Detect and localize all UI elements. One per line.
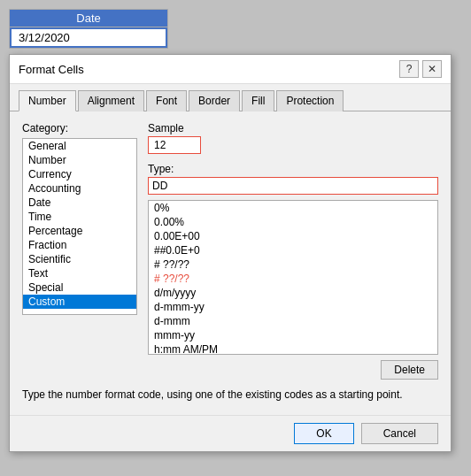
format-item[interactable]: 0.00E+00 (149, 229, 437, 243)
tab-alignment[interactable]: Alignment (78, 90, 144, 111)
sample-label: Sample (148, 122, 438, 134)
dialog-footer: OK Cancel (10, 415, 451, 451)
category-item-custom[interactable]: Custom (23, 295, 136, 309)
tab-fill[interactable]: Fill (242, 90, 274, 111)
format-item[interactable]: d-mmm-yy (149, 300, 437, 314)
tab-protection[interactable]: Protection (276, 90, 344, 111)
help-text: Type the number format code, using one o… (22, 388, 438, 404)
category-item-general[interactable]: General (23, 139, 136, 153)
tab-border[interactable]: Border (189, 90, 240, 111)
type-section: Type: (148, 163, 438, 195)
help-button[interactable]: ? (399, 60, 419, 78)
tab-bar: Number Alignment Font Border Fill Protec… (10, 84, 451, 111)
category-item-time[interactable]: Time (23, 210, 136, 224)
format-item[interactable]: # ??/?? (149, 272, 437, 286)
category-item-accounting[interactable]: Accounting (23, 181, 136, 196)
category-item-percentage[interactable]: Percentage (23, 224, 136, 238)
cancel-button[interactable]: Cancel (361, 423, 438, 444)
column-header: Date (10, 10, 167, 27)
format-item[interactable]: # ??/?? (149, 257, 437, 272)
format-item[interactable]: 0% (149, 201, 437, 215)
format-item[interactable]: ##0.0E+0 (149, 243, 437, 257)
delete-row: Delete (148, 360, 438, 380)
category-item-text[interactable]: Text (23, 266, 136, 280)
spreadsheet-area: Date 3/12/2020 (9, 9, 168, 49)
type-label: Type: (148, 163, 438, 175)
category-label: Category: (22, 122, 137, 134)
tab-number[interactable]: Number (19, 90, 76, 111)
format-item[interactable]: h:mm AM/PM (149, 342, 437, 355)
titlebar-buttons: ? ✕ (399, 60, 442, 78)
category-item-special[interactable]: Special (23, 280, 136, 295)
cell-value: 3/12/2020 (10, 27, 167, 48)
format-list[interactable]: 0% 0.00% 0.00E+00 ##0.0E+0 # ??/?? # ??/… (148, 200, 438, 355)
ok-button[interactable]: OK (294, 423, 353, 444)
format-item[interactable]: d-mmm (149, 314, 437, 328)
category-item-date[interactable]: Date (23, 196, 136, 210)
delete-button[interactable]: Delete (381, 360, 438, 380)
close-button[interactable]: ✕ (422, 60, 442, 78)
content-row: Category: General Number Currency Accoun… (22, 122, 438, 380)
format-item[interactable]: d/m/yyyy (149, 286, 437, 300)
sample-box: 12 (148, 136, 201, 154)
format-item[interactable]: mmm-yy (149, 328, 437, 342)
category-section: Category: General Number Currency Accoun… (22, 122, 137, 380)
tab-font[interactable]: Font (146, 90, 187, 111)
sample-section: Sample 12 (148, 122, 438, 154)
category-item-currency[interactable]: Currency (23, 167, 136, 181)
dialog-title: Format Cells (19, 63, 84, 76)
right-panel: Sample 12 Type: 0% 0.00% 0.00E+00 ##0.0E… (148, 122, 438, 380)
format-item[interactable]: 0.00% (149, 215, 437, 229)
category-item-scientific[interactable]: Scientific (23, 252, 136, 266)
category-list[interactable]: General Number Currency Accounting Date … (22, 138, 137, 315)
format-cells-dialog: Format Cells ? ✕ Number Alignment Font B… (9, 54, 452, 452)
category-item-fraction[interactable]: Fraction (23, 238, 136, 252)
category-item-number[interactable]: Number (23, 153, 136, 167)
type-input[interactable] (148, 177, 438, 195)
dialog-titlebar: Format Cells ? ✕ (10, 55, 451, 84)
dialog-body: Category: General Number Currency Accoun… (10, 111, 451, 415)
